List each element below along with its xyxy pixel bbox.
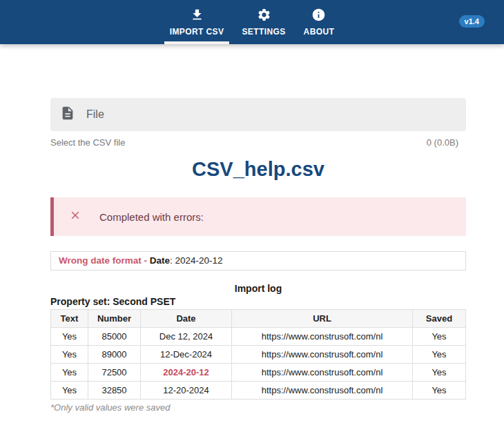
cell-url: https://www.construsoft.com/nl <box>232 346 413 364</box>
cell-number: 32850 <box>88 382 141 400</box>
error-alert: Completed with errors: <box>50 197 466 236</box>
main-content: File Select the CSV file 0 (0.0B) CSV_he… <box>50 98 466 413</box>
cell-number: 85000 <box>88 328 141 346</box>
cell-text: Yes <box>51 346 88 364</box>
nav-settings-label: SETTINGS <box>242 27 285 37</box>
file-section-title: File <box>86 108 104 121</box>
cell-number: 72500 <box>88 364 141 382</box>
cell-saved: Yes <box>413 382 466 400</box>
cell-date: 12-Dec-2024 <box>141 346 232 364</box>
error-detail-box: Wrong date format - Date: 2024-20-12 <box>50 251 466 270</box>
col-header-date: Date <box>141 310 232 328</box>
error-x-icon <box>69 209 81 224</box>
version-badge: v1.4 <box>459 15 485 28</box>
table-row: Yes 85000 Dec 12, 2024 https://www.const… <box>51 328 466 346</box>
download-icon <box>190 8 204 25</box>
file-icon <box>60 106 75 124</box>
cell-url: https://www.construsoft.com/nl <box>232 364 413 382</box>
table-row: Yes 89000 12-Dec-2024 https://www.constr… <box>51 346 466 364</box>
table-row: Yes 72500 2024-20-12 https://www.constru… <box>51 364 466 382</box>
import-log-title: Import log <box>50 283 466 294</box>
cell-date: Dec 12, 2024 <box>141 328 232 346</box>
imported-filename: CSV_help.csv <box>50 158 466 181</box>
file-info-row: Select the CSV file 0 (0.0B) <box>50 137 466 148</box>
error-alert-message: Completed with errors: <box>99 211 204 223</box>
nav-about-label: ABOUT <box>304 27 335 37</box>
error-field-value: : 2024-20-12 <box>170 255 223 266</box>
col-header-text: Text <box>51 310 88 328</box>
file-section-header[interactable]: File <box>50 98 466 131</box>
file-select-hint: Select the CSV file <box>50 137 125 148</box>
info-icon <box>311 8 326 25</box>
cell-saved: Yes <box>413 328 466 346</box>
nav-about[interactable]: ABOUT <box>298 0 340 44</box>
cell-text: Yes <box>51 364 88 382</box>
table-footnote: *Only valid values were saved <box>50 402 466 413</box>
cell-url: https://www.construsoft.com/nl <box>232 328 413 346</box>
nav-settings[interactable]: SETTINGS <box>236 0 291 44</box>
col-header-saved: Saved <box>413 310 466 328</box>
table-row: Yes 32850 12-20-2024 https://www.constru… <box>51 382 466 400</box>
nav-import-csv[interactable]: IMPORT CSV <box>164 0 230 44</box>
import-log-table: Text Number Date URL Saved Yes 85000 Dec… <box>50 309 466 400</box>
table-header: Text Number Date URL Saved <box>51 310 466 328</box>
main-nav: IMPORT CSV SETTINGS ABOUT <box>164 0 340 44</box>
file-size-counter: 0 (0.0B) <box>427 137 466 148</box>
cell-saved: Yes <box>413 346 466 364</box>
cell-number: 89000 <box>88 346 141 364</box>
nav-import-csv-label: IMPORT CSV <box>170 27 224 37</box>
cell-text: Yes <box>51 382 88 400</box>
table-body: Yes 85000 Dec 12, 2024 https://www.const… <box>51 328 466 400</box>
property-set-title: Property set: Second PSET <box>50 296 466 307</box>
table-header-row: Text Number Date URL Saved <box>51 310 466 328</box>
error-field-label: Date <box>150 255 170 266</box>
cell-saved: Yes <box>413 364 466 382</box>
cell-date: 12-20-2024 <box>141 382 232 400</box>
col-header-url: URL <box>232 310 413 328</box>
cell-url: https://www.construsoft.com/nl <box>232 382 413 400</box>
gear-icon <box>257 8 271 25</box>
cell-date-invalid: 2024-20-12 <box>141 364 232 382</box>
error-kind-label: Wrong date format - <box>59 255 150 266</box>
col-header-number: Number <box>88 310 141 328</box>
cell-text: Yes <box>51 328 88 346</box>
app-header: IMPORT CSV SETTINGS ABOUT v1.4 <box>0 0 504 44</box>
